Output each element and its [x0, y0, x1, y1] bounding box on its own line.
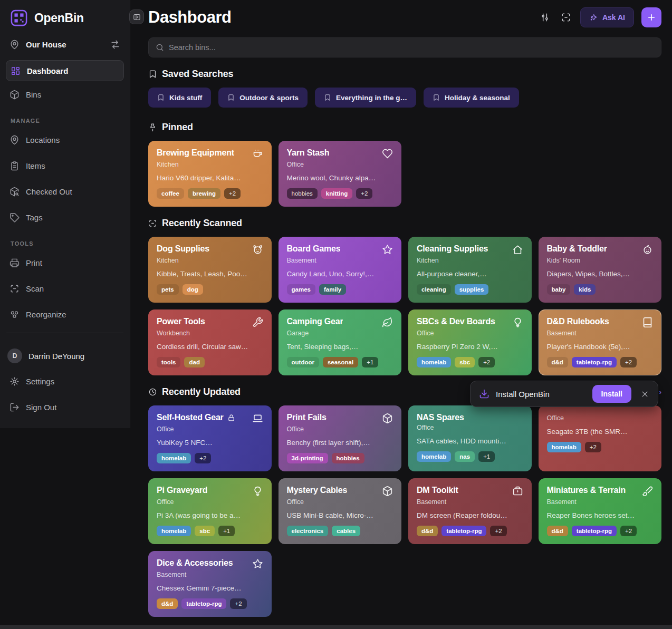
sidebar-item-checked-out[interactable]: Checked Out [0, 184, 130, 199]
bin-card-yarn-stash[interactable]: Yarn StashOfficeMerino wool, Chunky alpa… [279, 141, 402, 207]
search-icon [156, 43, 164, 52]
download-icon [479, 389, 489, 399]
bin-card-location: Kids' Room [547, 257, 654, 264]
bin-card-tags: homelabnas+1 [417, 451, 523, 462]
chip-label: Holiday & seasonal [445, 94, 510, 102]
user-menu[interactable]: D Darrin DeYoung [0, 348, 130, 364]
bin-card-title: Print Fails [287, 413, 327, 422]
tag-more: +2 [195, 453, 211, 463]
scan-button[interactable] [559, 11, 573, 24]
scan-icon [148, 219, 157, 228]
bin-card-title: NAS Spares [417, 413, 464, 422]
sidebar-item-sign-out[interactable]: Sign Out [0, 400, 130, 414]
bin-card-dog-supplies[interactable]: Dog SuppliesKitchenKibble, Treats, Leash… [148, 237, 272, 303]
bin-card-self-hosted-gear[interactable]: Self-Hosted GearOfficeYubiKey 5 NFC…home… [148, 405, 272, 471]
sidebar-item-label: Dashboard [27, 66, 68, 75]
bin-card-location: Office [547, 414, 654, 422]
saved-search-chip-outdoor-sports[interactable]: Outdoor & sports [218, 88, 308, 108]
bin-card-cleaning-supplies[interactable]: Cleaning SuppliesKitchenAll-purpose clea… [408, 237, 532, 303]
saved-search-chip-everything-in-the-g[interactable]: Everything in the g… [315, 88, 416, 108]
bin-card-title: Power Tools [157, 317, 205, 326]
bookmark-icon [433, 94, 440, 101]
sidebar-footer-nav: SettingsSign Out [0, 374, 130, 414]
location-label: Our House [26, 40, 66, 49]
sidebar-divider [6, 333, 123, 333]
tag-homelab: homelab [157, 453, 191, 463]
tag-d-d: d&d [417, 526, 438, 536]
bin-card-title: Miniatures & Terrain [547, 486, 626, 495]
tag-hobbies: hobbies [287, 188, 318, 199]
coffee-icon [252, 148, 263, 159]
bin-card-dm-toolkit[interactable]: DM ToolkitBasementDM screen (Reaper fold… [408, 478, 532, 544]
sidebar-item-reorganize[interactable]: Reorganize [0, 307, 130, 322]
bin-card-tags: hobbiesknitting+2 [287, 188, 393, 199]
location-switcher[interactable]: Our House [0, 37, 130, 52]
bin-card-dice-accessories[interactable]: Dice & AccessoriesBasementChessex Gemini… [148, 551, 272, 617]
bin-card-title: Yarn Stash [287, 148, 330, 158]
bin-card-nas-spares[interactable]: NAS SparesOfficeSATA cables, HDD mounti…… [408, 405, 532, 471]
bin-card-brewing-equipment[interactable]: Brewing EquipmentKitchenHario V60 drippe… [148, 141, 272, 207]
saved-search-chip-kids-stuff[interactable]: Kids stuff [148, 88, 211, 108]
heart-icon [382, 148, 393, 159]
toast-close-button[interactable] [638, 387, 651, 401]
tag-homelab: homelab [417, 451, 451, 462]
laptop-icon [252, 413, 263, 424]
sidebar-item-items[interactable]: Items [0, 158, 130, 173]
search-input[interactable] [169, 43, 654, 52]
bin-card-baby-toddler[interactable]: Baby & ToddlerKids' RoomDiapers, Wipes, … [539, 237, 662, 303]
sidebar-item-bins[interactable]: Bins [0, 87, 130, 102]
sidebar-item-tags[interactable]: Tags [0, 210, 130, 225]
tag-baby: baby [547, 284, 571, 295]
horizontal-scrollbar[interactable] [0, 625, 672, 629]
filter-sliders-button[interactable] [538, 11, 552, 24]
sparkles-icon [589, 13, 598, 22]
pinned-title: Pinned [162, 122, 193, 133]
bin-card-description: Pi 3A (was going to be a… [157, 511, 263, 519]
printer-icon [9, 258, 20, 268]
bin-card-item[interactable]: OfficeSeagate 3TB (the SMR…homelab+2 [539, 405, 662, 471]
bin-card-tags: homelabsbc+2 [417, 357, 523, 367]
logout-icon [9, 402, 20, 412]
bin-card-print-fails[interactable]: Print FailsOfficeBenchy (first layer shi… [279, 405, 402, 471]
chip-label: Everything in the g… [336, 94, 407, 102]
bookmark-icon [324, 94, 331, 101]
bin-card-d-d-rulebooks[interactable]: D&D RulebooksBasementPlayer's Handbook (… [539, 309, 662, 375]
bin-card-tags: toolsdad [157, 357, 263, 367]
tag-hobbies: hobbies [332, 453, 364, 463]
bin-card-description: Merino wool, Chunky alpa… [287, 174, 393, 182]
search-bar [148, 37, 661, 57]
page-title: Dashboard [148, 8, 231, 27]
bin-card-location: Basement [287, 257, 393, 264]
saved-search-chip-holiday-seasonal[interactable]: Holiday & seasonal [424, 88, 519, 108]
tag-sbc: sbc [195, 526, 215, 536]
sidebar-item-settings[interactable]: Settings [0, 374, 130, 389]
bin-card-mystery-cables[interactable]: Mystery CablesOfficeUSB Mini-B cable, Mi… [279, 478, 402, 544]
bin-card-location: Basement [547, 498, 654, 506]
sidebar-item-scan[interactable]: Scan [0, 281, 130, 296]
sidebar-item-locations[interactable]: Locations [0, 132, 130, 147]
tag-more: +2 [490, 526, 506, 536]
bin-card-miniatures-terrain[interactable]: Miniatures & TerrainBasementReaper Bones… [539, 478, 662, 544]
add-bin-button[interactable] [641, 7, 661, 27]
tag-coffee: coffee [157, 188, 184, 199]
bin-card-title: Pi Graveyard [157, 486, 207, 495]
bin-card-tags: coffeebrewing+2 [157, 188, 263, 199]
swap-icon[interactable] [110, 40, 120, 50]
bin-card-power-tools[interactable]: Power ToolsWorkbenchCordless drill, Circ… [148, 309, 272, 375]
sidebar-item-print[interactable]: Print [0, 255, 130, 270]
sidebar-item-dashboard[interactable]: Dashboard [6, 60, 124, 81]
bin-card-board-games[interactable]: Board GamesBasementCandy Land, Uno, Sorr… [279, 237, 402, 303]
bin-card-pi-graveyard[interactable]: Pi GraveyardOfficePi 3A (was going to be… [148, 478, 272, 544]
tag-tools: tools [157, 357, 180, 367]
bin-card-location: Kitchen [157, 161, 263, 168]
tag-more: +2 [620, 526, 637, 536]
bin-card-sbcs-dev-boards[interactable]: SBCs & Dev BoardsOfficeRaspberry Pi Zero… [408, 309, 532, 375]
bin-card-tags: homelab+2 [157, 453, 263, 463]
sidebar-collapse-button[interactable] [129, 9, 144, 24]
sidebar-manage-nav: LocationsItemsChecked OutTags [0, 132, 130, 225]
dog-icon [252, 244, 263, 255]
install-button[interactable]: Install [592, 385, 631, 403]
bin-card-camping-gear[interactable]: Camping GearGarageTent, Sleeping bags,…o… [279, 309, 402, 375]
sidebar-item-label: Locations [26, 136, 60, 144]
ask-ai-button[interactable]: Ask AI [580, 7, 634, 27]
